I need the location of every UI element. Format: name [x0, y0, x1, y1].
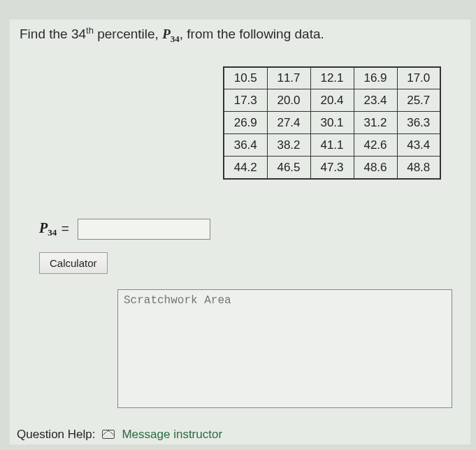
answer-sym: P — [39, 220, 48, 235]
answer-label: P34 = — [39, 220, 71, 238]
data-cell: 26.9 — [224, 112, 267, 134]
table-row: 36.4 38.2 41.1 42.6 43.4 — [224, 134, 440, 157]
data-cell: 43.4 — [397, 134, 440, 157]
data-cell: 11.7 — [267, 67, 310, 89]
data-cell: 47.3 — [310, 157, 354, 179]
data-cell: 17.3 — [224, 89, 267, 112]
data-cell: 36.4 — [224, 134, 267, 157]
data-cell: 12.1 — [310, 67, 354, 89]
mail-icon — [102, 430, 115, 439]
q-sub: 34 — [171, 34, 180, 44]
data-cell: 48.6 — [354, 157, 397, 179]
data-cell: 10.5 — [224, 67, 267, 89]
data-cell: 17.0 — [397, 67, 440, 89]
calculator-button[interactable]: Calculator — [39, 252, 108, 274]
table-row: 17.3 20.0 20.4 23.4 25.7 — [224, 89, 440, 112]
answer-row: P34 = — [39, 219, 461, 240]
data-cell: 41.1 — [310, 134, 354, 157]
q-ord-sup: th — [86, 25, 94, 36]
data-cell: 16.9 — [354, 67, 397, 89]
question-help-row: Question Help: Message instructor — [17, 428, 461, 442]
data-cell: 44.2 — [224, 157, 267, 179]
table-row: 10.5 11.7 12.1 16.9 17.0 — [224, 67, 440, 89]
answer-input[interactable] — [78, 219, 210, 240]
q-prefix: Find the — [20, 27, 71, 41]
table-row: 26.9 27.4 30.1 31.2 36.3 — [224, 112, 440, 134]
q-ord: 34 — [71, 27, 86, 41]
table-row: 44.2 46.5 47.3 48.6 48.8 — [224, 157, 440, 179]
help-label: Question Help: — [17, 428, 95, 442]
question-text: Find the 34th percentile, P34, from the … — [20, 24, 461, 47]
data-cell: 20.4 — [310, 89, 354, 112]
data-cell: 25.7 — [397, 89, 440, 112]
scratchwork-area[interactable] — [117, 289, 452, 408]
data-cell: 31.2 — [354, 112, 397, 134]
data-cell: 20.0 — [267, 89, 310, 112]
data-cell: 30.1 — [310, 112, 354, 134]
data-cell: 48.8 — [397, 157, 440, 179]
message-instructor-link[interactable]: Message instructor — [122, 428, 222, 442]
answer-eq: = — [62, 221, 69, 235]
data-cell: 36.3 — [397, 112, 440, 134]
data-cell: 38.2 — [267, 134, 310, 157]
answer-sub: 34 — [48, 227, 57, 238]
data-cell: 27.4 — [267, 112, 310, 134]
q-sym: P — [162, 27, 171, 41]
q-suffix: , from the following data. — [180, 27, 324, 41]
data-cell: 42.6 — [354, 134, 397, 157]
data-table: 10.5 11.7 12.1 16.9 17.0 17.3 20.0 20.4 … — [223, 66, 441, 180]
data-cell: 46.5 — [267, 157, 310, 179]
data-cell: 23.4 — [354, 89, 397, 112]
q-mid: percentile, — [94, 27, 162, 41]
